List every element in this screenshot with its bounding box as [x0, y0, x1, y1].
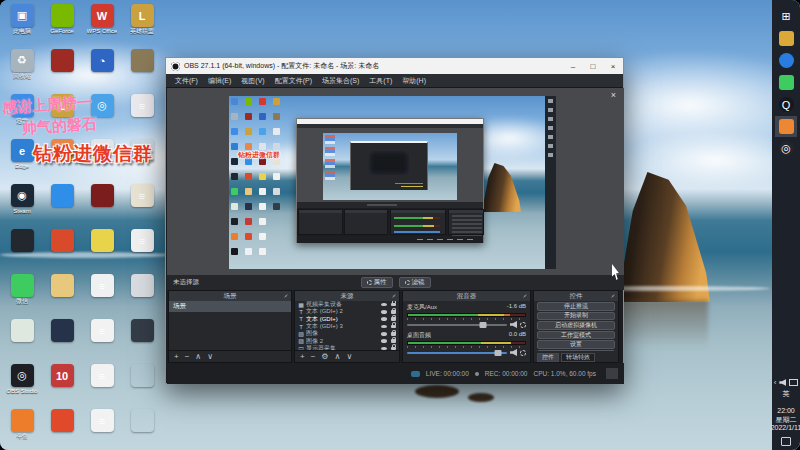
menu-item[interactable]: 配置文件(P): [270, 76, 317, 86]
lock-icon[interactable]: [391, 317, 396, 321]
scene-item[interactable]: 场景: [169, 301, 291, 312]
notification-center-icon[interactable]: [781, 437, 791, 446]
scenes-dock-header[interactable]: 场景: [169, 291, 291, 301]
desktop-icon[interactable]: ◔: [83, 49, 121, 94]
visibility-eye-icon[interactable]: [381, 310, 387, 314]
control-button[interactable]: 停止推流: [537, 302, 615, 311]
control-button[interactable]: 开始录制: [537, 312, 615, 321]
toolbar-icon[interactable]: −: [311, 353, 316, 361]
visibility-eye-icon[interactable]: [381, 339, 387, 343]
desktop-icon[interactable]: ≡: [83, 274, 121, 319]
control-button[interactable]: 工作室模式: [537, 331, 615, 340]
minimize-button[interactable]: –: [563, 58, 583, 74]
controls-dock-header[interactable]: 控件: [534, 291, 618, 301]
desktop-icon[interactable]: 10: [43, 364, 81, 409]
taskbar-item[interactable]: ⊞: [775, 6, 797, 27]
lock-icon[interactable]: [391, 339, 396, 343]
dock-tab[interactable]: 转场特效: [561, 353, 595, 362]
volume-slider[interactable]: [407, 324, 507, 326]
desktop-icon[interactable]: ≡: [83, 364, 121, 409]
filters-button[interactable]: 滤镜: [399, 277, 431, 288]
speaker-icon[interactable]: [510, 349, 517, 356]
tray-display-icon[interactable]: [789, 379, 798, 386]
desktop-icon[interactable]: ≡: [123, 229, 161, 274]
menu-item[interactable]: 文件(F): [170, 76, 203, 86]
desktop-icon[interactable]: [43, 49, 81, 94]
taskbar-item[interactable]: ◎: [775, 138, 797, 159]
control-button[interactable]: 设置: [537, 340, 615, 349]
desktop-icon[interactable]: [123, 49, 161, 94]
visibility-eye-icon[interactable]: [381, 347, 387, 350]
desktop-icon[interactable]: [123, 274, 161, 319]
source-row[interactable]: ▭ 显示器采集: [295, 345, 399, 350]
slider-handle[interactable]: [495, 350, 502, 356]
taskbar-item[interactable]: [775, 28, 797, 49]
preview-display-capture[interactable]: 钻粉进微信群: [229, 96, 556, 269]
control-button[interactable]: 退出: [537, 350, 615, 351]
desktop-icon[interactable]: [43, 409, 81, 450]
desktop-icon[interactable]: ◉ Steam: [3, 184, 41, 229]
close-button[interactable]: ×: [603, 58, 623, 74]
toolbar-icon[interactable]: ∨: [346, 353, 352, 361]
desktop-icon[interactable]: [43, 184, 81, 229]
lock-icon[interactable]: [391, 347, 396, 350]
visibility-eye-icon[interactable]: [381, 303, 387, 307]
desktop-icon[interactable]: ≡: [123, 94, 161, 139]
gear-icon[interactable]: [520, 350, 526, 356]
toolbar-icon[interactable]: +: [300, 353, 305, 361]
lock-icon[interactable]: [391, 332, 396, 336]
gear-icon[interactable]: [520, 322, 526, 328]
menu-item[interactable]: 场景集合(S): [317, 76, 364, 86]
desktop-icon[interactable]: 微信: [3, 274, 41, 319]
control-button[interactable]: 启动虚拟摄像机: [537, 321, 615, 330]
desktop-icon[interactable]: GeForce: [43, 4, 81, 49]
taskbar-item[interactable]: [775, 50, 797, 71]
lock-icon[interactable]: [391, 310, 396, 314]
desktop-icon[interactable]: ▣ 此电脑: [3, 4, 41, 49]
menu-item[interactable]: 工具(T): [364, 76, 397, 86]
desktop-icon[interactable]: ◎ OBS Studio: [3, 364, 41, 409]
desktop-icon[interactable]: [123, 409, 161, 450]
desktop-icon[interactable]: [83, 184, 121, 229]
visibility-eye-icon[interactable]: [381, 317, 387, 321]
tray-chevron-icon[interactable]: ‹: [774, 378, 777, 387]
slider-handle[interactable]: [480, 322, 487, 328]
desktop-icon[interactable]: ≡: [123, 184, 161, 229]
desktop-icon[interactable]: [43, 274, 81, 319]
clock-time[interactable]: 22:00: [777, 407, 795, 416]
toolbar-icon[interactable]: ∧: [195, 353, 201, 361]
desktop-icon[interactable]: L 英雄联盟: [123, 4, 161, 49]
maximize-button[interactable]: □: [583, 58, 603, 74]
desktop-icon[interactable]: [123, 319, 161, 364]
speaker-icon[interactable]: [510, 321, 517, 328]
desktop-icon[interactable]: W WPS Office: [83, 4, 121, 49]
sources-dock-header[interactable]: 来源: [295, 291, 399, 301]
taskbar-item[interactable]: Q: [775, 94, 797, 115]
toolbar-icon[interactable]: −: [185, 353, 190, 361]
desktop-icon[interactable]: 斗鱼: [3, 409, 41, 450]
preview-close-icon[interactable]: ×: [611, 90, 616, 100]
desktop-icon[interactable]: [123, 364, 161, 409]
taskbar-item[interactable]: [775, 116, 797, 137]
toolbar-icon[interactable]: ⚙: [321, 353, 328, 361]
properties-button[interactable]: 属性: [361, 277, 393, 288]
toolbar-icon[interactable]: +: [174, 353, 179, 361]
toolbar-icon[interactable]: ∨: [207, 353, 213, 361]
toolbar-icon[interactable]: ∧: [335, 353, 341, 361]
desktop-icon[interactable]: [43, 319, 81, 364]
tray-volume-icon[interactable]: [779, 379, 786, 386]
desktop-icon[interactable]: ♻ 回收站: [3, 49, 41, 94]
menu-item[interactable]: 视图(V): [236, 76, 269, 86]
taskbar-item[interactable]: [775, 72, 797, 93]
lock-icon[interactable]: [391, 325, 396, 329]
visibility-eye-icon[interactable]: [381, 332, 387, 336]
desktop-icon[interactable]: ≡: [83, 319, 121, 364]
visibility-eye-icon[interactable]: [381, 325, 387, 329]
volume-slider[interactable]: [407, 352, 507, 354]
mixer-dock-header[interactable]: 混音器: [403, 291, 530, 301]
obs-titlebar[interactable]: OBS 27.1.1 (64-bit, windows) - 配置文件: 未命名…: [166, 58, 623, 74]
desktop-icon[interactable]: [3, 229, 41, 274]
obs-preview-area[interactable]: 钻粉进微信群: [167, 88, 624, 275]
desktop-icon[interactable]: [83, 229, 121, 274]
lock-icon[interactable]: [391, 303, 396, 307]
